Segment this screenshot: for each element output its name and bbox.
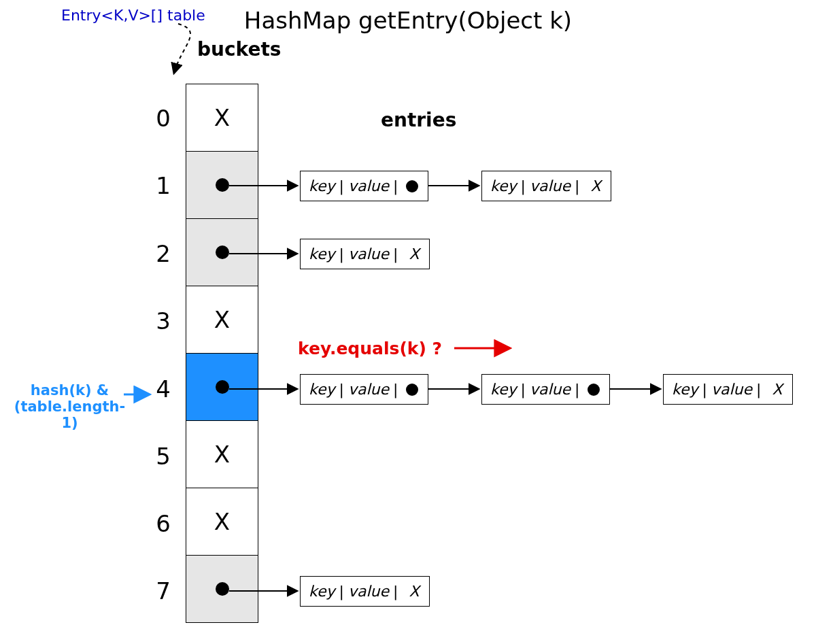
entry-node: key|value|X [663, 374, 793, 405]
bucket-cell: X [186, 286, 258, 354]
bucket-cell: X [186, 488, 258, 556]
bucket-cell [186, 218, 258, 286]
bucket-index: 7 [150, 577, 177, 605]
entries-label: entries [381, 109, 456, 131]
entry-table-label: Entry<K,V>[] table [61, 7, 205, 24]
entry-node: key|value|X [300, 239, 430, 269]
bucket-cell: X [186, 84, 258, 152]
dot-icon [406, 180, 418, 192]
entry-node: key|value| [300, 374, 428, 405]
buckets-label: buckets [197, 38, 281, 61]
dot-icon [406, 384, 418, 396]
key-equals-label: key.equals(k) ? [298, 339, 442, 358]
entry-node: key|value| [300, 171, 428, 201]
dot-icon [216, 380, 229, 394]
dot-icon [588, 384, 600, 396]
bucket-index: 1 [150, 172, 177, 199]
bucket-cell [186, 151, 258, 219]
dot-icon [216, 178, 229, 192]
entry-node: key|value|X [300, 576, 430, 607]
bucket-index: 3 [150, 307, 177, 335]
dot-icon [216, 582, 229, 596]
bucket-index: 6 [150, 510, 177, 537]
entry-node: key|value| [481, 374, 610, 405]
bucket-index: 4 [150, 375, 177, 403]
dot-icon [216, 245, 229, 259]
hash-formula-label: hash(k) & (table.length-1) [14, 382, 126, 431]
bucket-index: 2 [150, 240, 177, 267]
bucket-cell-highlighted [186, 353, 258, 421]
bucket-column: X X X X [186, 84, 258, 623]
entry-node: key|value|X [481, 171, 611, 201]
bucket-index: 5 [150, 443, 177, 470]
bucket-index: 0 [150, 105, 177, 132]
arrow-overlay [0, 0, 816, 644]
bucket-cell: X [186, 420, 258, 488]
bucket-cell [186, 555, 258, 623]
